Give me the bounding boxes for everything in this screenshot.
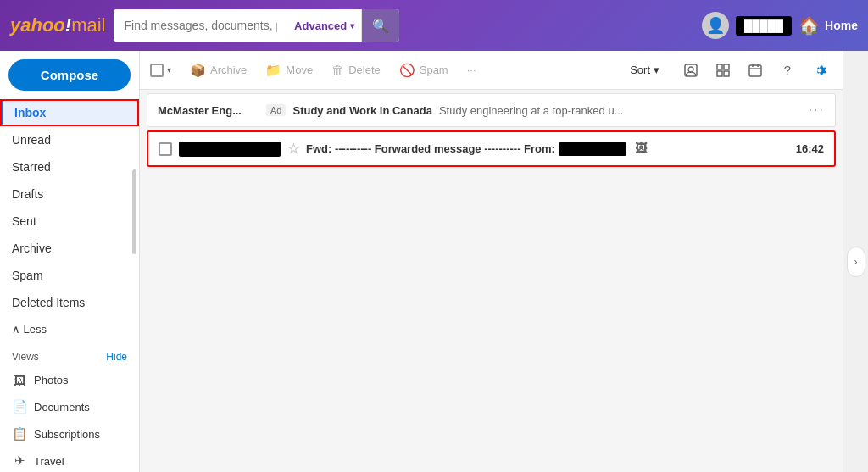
less-link[interactable]: ∧ Less	[0, 316, 139, 342]
views-item-travel[interactable]: ✈ Travel	[0, 447, 139, 472]
svg-rect-0	[685, 64, 697, 76]
sort-button[interactable]: Sort ▾	[621, 59, 668, 81]
delete-label: Delete	[348, 64, 381, 76]
star-icon[interactable]: ☆	[287, 141, 299, 157]
ad-badge: Ad	[266, 104, 286, 116]
home-label: Home	[825, 19, 858, 32]
search-input[interactable]	[114, 9, 287, 42]
ad-sender: McMaster Eng...	[158, 104, 259, 117]
logo-yahoo: yahoo	[10, 14, 65, 36]
email-row[interactable]: ☆ Fwd: ---------- Forwarded message ----…	[147, 130, 836, 167]
sidebar: Compose Inbox Unread Starred Drafts Sent…	[0, 51, 140, 472]
side-panel: ›	[843, 51, 868, 472]
subscriptions-icon: 📋	[12, 426, 27, 441]
svg-rect-5	[724, 71, 729, 76]
photos-label: Photos	[34, 374, 68, 386]
settings-icon[interactable]	[807, 58, 832, 83]
home-icon: 🏠	[798, 15, 820, 36]
select-all-checkbox-area: ▾	[150, 64, 171, 77]
yahoo-logo: yahoo!mail	[10, 14, 105, 36]
sidebar-item-drafts[interactable]: Drafts	[0, 180, 139, 208]
documents-icon: 📄	[12, 399, 27, 414]
ad-more-button[interactable]: ···	[809, 103, 825, 118]
sidebar-item-unread[interactable]: Unread	[0, 126, 139, 153]
select-all-chevron-icon[interactable]: ▾	[167, 65, 171, 75]
username-badge: █████	[736, 16, 792, 36]
nav-list: Inbox Unread Starred Drafts Sent Archive…	[0, 99, 139, 316]
chevron-right-icon: ›	[854, 256, 858, 268]
photos-icon: 🖼	[12, 372, 27, 387]
toolbar-left: ▾ 📦 Archive 📁 Move 🗑 Delete 🚫 Spam	[150, 58, 485, 82]
sidebar-item-spam[interactable]: Spam	[0, 262, 139, 289]
toolbar: ▾ 📦 Archive 📁 Move 🗑 Delete 🚫 Spam	[140, 51, 843, 90]
ad-row[interactable]: McMaster Eng... Ad Study and Work in Can…	[147, 93, 836, 127]
main-layout: Compose Inbox Unread Starred Drafts Sent…	[0, 51, 868, 472]
move-label: Move	[286, 64, 313, 76]
compose-button[interactable]: Compose	[8, 59, 131, 91]
more-action[interactable]: ···	[459, 59, 485, 81]
sidebar-item-archive[interactable]: Archive	[0, 235, 139, 262]
header: yahoo!mail Advanced ▾ 🔍 👤 █████ 🏠 Home	[0, 0, 868, 51]
search-button[interactable]: 🔍	[362, 9, 399, 42]
scrollbar[interactable]	[132, 169, 136, 254]
search-advanced-button[interactable]: Advanced ▾	[287, 9, 362, 42]
content-area: ▾ 📦 Archive 📁 Move 🗑 Delete 🚫 Spam	[140, 51, 843, 472]
sort-chevron-icon: ▾	[654, 64, 659, 76]
email-list: McMaster Eng... Ad Study and Work in Can…	[140, 90, 843, 472]
spam-icon: 🚫	[399, 63, 415, 78]
views-title: Views	[12, 351, 39, 363]
search-bar: Advanced ▾ 🔍	[114, 9, 399, 42]
ad-preview: Study engineering at a top-ranked u...	[439, 104, 802, 117]
more-label: ···	[467, 64, 476, 76]
search-icon: 🔍	[372, 18, 389, 34]
help-icon[interactable]: ?	[775, 58, 800, 83]
svg-rect-6	[749, 65, 761, 76]
ad-subject: Study and Work in Canada	[292, 104, 431, 117]
email-checkbox[interactable]	[159, 142, 172, 156]
archive-icon: 📦	[190, 63, 206, 78]
views-item-photos[interactable]: 🖼 Photos	[0, 366, 139, 393]
email-time: 16:42	[790, 142, 824, 155]
svg-point-1	[688, 67, 693, 72]
views-item-documents[interactable]: 📄 Documents	[0, 393, 139, 420]
advanced-label: Advanced	[294, 19, 347, 32]
archive-label: Archive	[210, 64, 247, 76]
email-subject: Fwd: ---------- Forwarded message ------…	[306, 142, 783, 157]
calendar-icon[interactable]	[743, 58, 768, 83]
logo-mail: mail	[71, 14, 105, 36]
spam-label: Spam	[420, 64, 448, 76]
sidebar-item-inbox[interactable]: Inbox	[0, 99, 139, 126]
views-section-header: Views Hide	[0, 342, 139, 366]
documents-label: Documents	[34, 401, 90, 414]
sidebar-item-deleted[interactable]: Deleted Items	[0, 289, 139, 316]
email-sender-redacted	[179, 142, 281, 157]
svg-rect-2	[717, 64, 722, 69]
travel-label: Travel	[34, 455, 64, 468]
sidebar-item-starred[interactable]: Starred	[0, 153, 139, 180]
move-action[interactable]: 📁 Move	[257, 58, 321, 82]
home-button[interactable]: 🏠 Home	[798, 15, 858, 36]
spam-action[interactable]: 🚫 Spam	[391, 58, 457, 82]
travel-icon: ✈	[12, 453, 27, 469]
delete-action[interactable]: 🗑 Delete	[323, 58, 389, 81]
sort-label: Sort	[630, 64, 650, 76]
views-item-subscriptions[interactable]: 📋 Subscriptions	[0, 420, 139, 447]
avatar[interactable]: 👤	[702, 12, 729, 39]
side-panel-toggle-button[interactable]: ›	[847, 247, 865, 277]
contacts-icon[interactable]	[678, 58, 704, 83]
svg-rect-3	[724, 64, 729, 69]
delete-icon: 🗑	[331, 63, 344, 77]
subscriptions-label: Subscriptions	[34, 428, 100, 441]
archive-action[interactable]: 📦 Archive	[181, 58, 255, 82]
header-right: 👤 █████ 🏠 Home	[702, 12, 858, 39]
email-from-redacted	[559, 142, 626, 156]
svg-rect-4	[717, 71, 722, 76]
layout-icon[interactable]	[710, 58, 736, 83]
attachment-icon: 🖼	[635, 142, 647, 155]
toolbar-right: ?	[678, 58, 832, 83]
advanced-chevron-icon: ▾	[350, 21, 354, 31]
sidebar-item-sent[interactable]: Sent	[0, 208, 139, 235]
avatar-icon: 👤	[706, 16, 725, 35]
views-hide-button[interactable]: Hide	[106, 351, 127, 363]
select-all-checkbox[interactable]	[150, 64, 164, 77]
